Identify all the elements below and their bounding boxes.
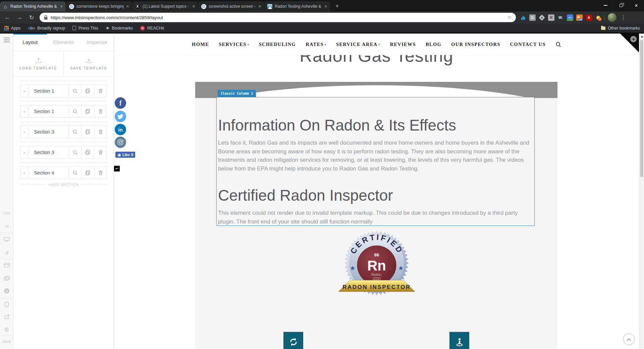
layers-icon[interactable]	[0, 276, 13, 282]
section-row-3[interactable]: ▸ Section 3	[20, 126, 107, 138]
image-pdf-extension-icon[interactable]: PDF	[576, 14, 583, 21]
nav-blog[interactable]: BLOG	[426, 42, 441, 47]
delete-section-button[interactable]	[94, 146, 107, 158]
tab-elements[interactable]: Elements	[47, 39, 80, 45]
nav-contact-us[interactable]: CONTACT US	[510, 42, 546, 47]
lightshot-extension-icon[interactable]: J	[595, 14, 601, 21]
expand-caret-icon[interactable]: ▸	[20, 167, 29, 179]
nav-our-inspectors[interactable]: OUR INSPECTORS	[451, 42, 500, 47]
nav-reviews[interactable]: REVIEWS	[390, 42, 416, 47]
stats-extension-icon[interactable]	[520, 14, 526, 21]
save-button[interactable]: SAVE	[0, 340, 13, 344]
inspect-section-button[interactable]	[68, 105, 81, 117]
restore-button[interactable]	[613, 0, 629, 11]
browser-tab-4[interactable]: G screenshot active screen - Googl ✕	[198, 1, 264, 11]
bookmark-reachit[interactable]: R REACHit	[140, 26, 164, 31]
browser-tab-5[interactable]: Radon Testing Asheville & Boone ✕	[264, 1, 330, 11]
nav-service-area[interactable]: SERVICE AREA»	[336, 42, 380, 47]
section-row-2[interactable]: ▸ Section 1	[20, 105, 107, 118]
shield-extension-icon[interactable]	[539, 14, 545, 21]
minimize-button[interactable]	[598, 0, 613, 11]
g-extension-icon[interactable]: G	[529, 14, 536, 21]
wordtune-extension-icon[interactable]: W.	[557, 14, 564, 21]
gear-icon[interactable]: ⚙	[0, 326, 13, 333]
mobile-preview-icon[interactable]	[0, 302, 13, 308]
template-card-icon[interactable]	[0, 263, 13, 268]
expand-caret-icon[interactable]: ▸	[20, 126, 29, 138]
scroll-up-arrow[interactable]	[641, 36, 643, 38]
section-row-5[interactable]: ▸ Section 4	[20, 166, 107, 179]
classic-column-tag[interactable]: Classic Column 1	[218, 90, 256, 97]
tab-close-icon[interactable]: ✕	[324, 4, 327, 9]
expand-caret-icon[interactable]: ▸	[20, 85, 29, 97]
close-button[interactable]: ✕	[629, 0, 644, 11]
back-icon[interactable]: ←	[3, 14, 11, 21]
nav-scheduling[interactable]: SCHEDULING	[259, 42, 296, 47]
js-button[interactable]: JS	[0, 225, 13, 228]
history-icon[interactable]: ↺	[0, 250, 13, 256]
delete-section-button[interactable]	[94, 85, 107, 97]
facebook-icon[interactable]: f	[115, 97, 126, 109]
menu-dots-icon[interactable]: ⋮	[620, 14, 627, 20]
inspect-section-button[interactable]	[68, 146, 81, 158]
profile-avatar[interactable]	[608, 13, 616, 22]
bookmark-bookmarks[interactable]: ★ Bookmarks	[106, 26, 133, 31]
share-icon[interactable]: ↩	[114, 166, 120, 171]
duplicate-section-button[interactable]	[81, 85, 94, 97]
delete-section-button[interactable]	[94, 105, 107, 117]
duplicate-section-button[interactable]	[81, 126, 94, 138]
inspect-section-button[interactable]	[68, 167, 81, 179]
nav-home[interactable]: HOME	[192, 42, 209, 47]
corner-plus-icon[interactable]: +	[630, 36, 637, 42]
duplicate-section-button[interactable]	[81, 105, 94, 117]
browser-tab-3[interactable]: X (1) Latest Support topics - Apex F ✕	[132, 1, 198, 11]
back-to-top-button[interactable]	[623, 333, 635, 345]
r-extension-icon[interactable]: R	[548, 14, 554, 21]
classic-column-element[interactable]: Information On Radon & Its Effects Lets …	[216, 97, 535, 226]
code-extension-icon[interactable]: </>	[567, 14, 573, 21]
url-text[interactable]: https://www.mtsinspections.com/x/#/conte…	[51, 15, 505, 20]
external-link-icon[interactable]	[0, 314, 13, 320]
load-template-button[interactable]: LOAD TEMPLATE	[13, 51, 63, 76]
facebook-like-button[interactable]: Like 0	[115, 152, 135, 158]
forward-icon[interactable]: →	[15, 14, 23, 21]
browser-tab-2[interactable]: G cornerstone keeps bringing up o ✕	[66, 1, 132, 11]
linkedin-icon[interactable]: in	[115, 124, 126, 135]
bookmark-apps[interactable]: Apps	[4, 26, 21, 31]
instagram-icon[interactable]	[115, 137, 126, 148]
expand-caret-icon[interactable]: ▸	[20, 146, 29, 158]
add-section-button[interactable]: +ADD SECTION	[20, 183, 107, 187]
section-row-4[interactable]: ▸ Section 3	[20, 146, 107, 159]
acrobat-extension-icon[interactable]: A	[586, 14, 592, 21]
nav-services[interactable]: SERVICES»	[219, 42, 249, 47]
preview-desk-icon[interactable]	[0, 237, 13, 243]
inspect-section-button[interactable]	[68, 85, 81, 97]
nav-rates[interactable]: RATES»	[306, 42, 326, 47]
nav-search-icon[interactable]	[555, 42, 561, 47]
address-bar[interactable]: https://www.mtsinspections.com/x/#/conte…	[40, 13, 516, 22]
tab-layout[interactable]: Layout	[13, 39, 47, 45]
bookmark-star-icon[interactable]: ☆	[507, 14, 512, 20]
inspect-section-button[interactable]	[68, 126, 81, 138]
reload-icon[interactable]: ↻	[28, 14, 36, 21]
tab-inspector[interactable]: Inspector	[80, 39, 114, 45]
duplicate-section-button[interactable]	[81, 146, 94, 158]
twitter-icon[interactable]	[115, 111, 126, 122]
tab-close-icon[interactable]: ✕	[126, 4, 129, 9]
page-scrollbar[interactable]	[639, 34, 644, 349]
hamburger-menu-icon[interactable]	[4, 38, 10, 44]
duplicate-section-button[interactable]	[81, 167, 94, 179]
expand-caret-icon[interactable]: ▸	[20, 105, 29, 117]
section-row-1[interactable]: ▸ Section 1	[20, 85, 107, 97]
bookmark-press-this[interactable]: Press This	[72, 26, 98, 31]
collapse-panel-icon[interactable]: ◂	[0, 288, 13, 294]
other-bookmarks[interactable]: Other bookmarks	[601, 26, 640, 31]
scrollbar-thumb[interactable]	[640, 40, 643, 177]
tab-close-icon[interactable]: ✕	[258, 4, 261, 9]
bookmark-broadly-signup[interactable]: <B> Broadly signup	[28, 26, 65, 31]
save-template-button[interactable]: SAVE TEMPLATE	[63, 51, 114, 76]
delete-section-button[interactable]	[94, 167, 107, 179]
css-button[interactable]: CSS	[0, 211, 13, 215]
tab-close-icon[interactable]: ✕	[60, 4, 63, 9]
browser-tab-1[interactable]: ⌂ Radon Testing Asheville & Boone ✕	[0, 1, 66, 11]
